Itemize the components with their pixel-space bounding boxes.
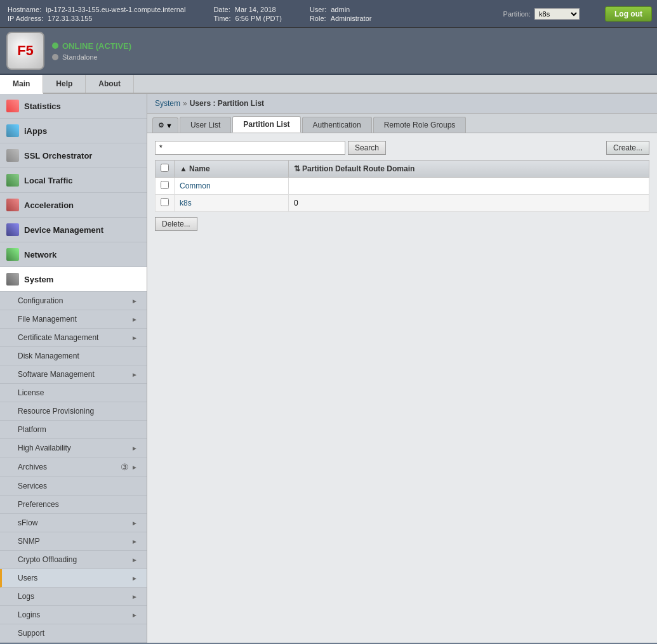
logo-bar: F5 ONLINE (ACTIVE) Standalone (0, 28, 657, 75)
submenu-configuration[interactable]: Configuration ► (0, 292, 147, 310)
ip-row: IP Address: 172.31.33.155 (5, 15, 185, 22)
datetime-group: Date: Mar 14, 2018 Time: 6:56 PM (PDT) (211, 6, 282, 22)
partition-select[interactable]: k8s Common (534, 8, 580, 20)
submenu-snmp-label: SNMP (18, 537, 40, 546)
sidebar-item-statistics[interactable]: Statistics (0, 94, 147, 119)
breadcrumb: System » Users : Partition List (147, 94, 657, 114)
delete-row: Delete... (155, 217, 649, 231)
th-partition[interactable]: ⇅ Partition Default Route Domain (288, 161, 649, 178)
logout-button[interactable]: Log out (605, 6, 652, 22)
sidebar-label-ssl: SSL Orchestrator (24, 151, 92, 161)
sidebar-item-system[interactable]: System (0, 267, 147, 292)
submenu-services[interactable]: Services (0, 477, 147, 496)
chevron-icon: ► (131, 334, 138, 341)
chevron-icon: ► (131, 593, 138, 600)
nav-tab-about[interactable]: About (86, 75, 134, 93)
apps-icon (6, 124, 19, 137)
submenu-software-management-label: Software Management (18, 370, 95, 379)
submenu-crypto-offloading[interactable]: Crypto Offloading ► (0, 551, 147, 569)
submenu-support[interactable]: Support (0, 624, 147, 643)
status-group: ONLINE (ACTIVE) Standalone (52, 41, 131, 61)
sidebar-item-acceleration[interactable]: Acceleration (0, 193, 147, 218)
row-name-link-common[interactable]: Common (180, 181, 211, 190)
submenu-license[interactable]: License (0, 384, 147, 402)
hostname-value: ip-172-31-33-155.eu-west-1.compute.inter… (46, 6, 185, 13)
content-tabs: ⚙ ▼ User List Partition List Authenticat… (147, 114, 657, 133)
submenu-resource-provisioning[interactable]: Resource Provisioning (0, 402, 147, 421)
search-row: Search Create... (155, 141, 649, 155)
sidebar: Statistics iApps SSL Orchestrator Local … (0, 94, 147, 643)
submenu-file-management[interactable]: File Management ► (0, 310, 147, 329)
row-partition-common (288, 178, 649, 195)
select-all-checkbox[interactable] (161, 164, 169, 172)
chevron-icon: ► (131, 316, 138, 323)
submenu-preferences-label: Preferences (18, 500, 59, 509)
submenu-sflow[interactable]: sFlow ► (0, 514, 147, 532)
tab-user-list[interactable]: User List (180, 117, 231, 133)
submenu-high-availability[interactable]: High Availability ► (0, 439, 147, 457)
traffic-icon (6, 174, 19, 187)
submenu-snmp[interactable]: SNMP ► (0, 532, 147, 551)
submenu-certificate-management-label: Certificate Management (18, 333, 98, 342)
table-row: Common (156, 178, 649, 195)
breadcrumb-current: Users : Partition List (190, 99, 264, 108)
role-label: Role: (310, 15, 326, 22)
row-name-link-k8s[interactable]: k8s (180, 199, 192, 207)
chevron-icon: ► (131, 445, 138, 452)
sidebar-item-network[interactable]: Network (0, 242, 147, 267)
search-input[interactable] (155, 141, 345, 155)
tab-partition-list[interactable]: Partition List (232, 116, 300, 133)
ip-label: IP Address: (8, 15, 43, 22)
devmgmt-icon (6, 223, 19, 236)
th-name[interactable]: ▲ Name (175, 161, 289, 178)
sidebar-item-device-management[interactable]: Device Management (0, 218, 147, 242)
search-button[interactable]: Search (348, 141, 386, 155)
status-online: ONLINE (ACTIVE) (52, 41, 131, 51)
hostname-row: Hostname: ip-172-31-33-155.eu-west-1.com… (5, 6, 185, 13)
row-name-common: Common (175, 178, 289, 195)
create-button[interactable]: Create... (606, 141, 649, 155)
system-icon (6, 273, 19, 286)
settings-button[interactable]: ⚙ ▼ (152, 117, 178, 133)
logo-text: F5 (17, 43, 34, 59)
submenu-platform[interactable]: Platform (0, 421, 147, 439)
submenu-software-management[interactable]: Software Management ► (0, 365, 147, 384)
submenu-disk-management[interactable]: Disk Management (0, 347, 147, 365)
delete-button[interactable]: Delete... (155, 217, 197, 231)
content-area: System » Users : Partition List ⚙ ▼ User… (147, 94, 657, 643)
main-layout: Statistics iApps SSL Orchestrator Local … (0, 94, 657, 643)
sidebar-item-ssl-orchestrator[interactable]: SSL Orchestrator (0, 143, 147, 168)
user-group: User: admin Role: Administrator (307, 6, 372, 22)
th-name-label: Name (189, 164, 210, 173)
row-checkbox-k8s (156, 195, 175, 212)
breadcrumb-separator: » (183, 99, 187, 108)
nav-tab-main[interactable]: Main (0, 75, 43, 94)
nav-tab-help[interactable]: Help (43, 75, 86, 93)
submenu-users[interactable]: Users ► (0, 569, 147, 588)
tab-remote-role-groups[interactable]: Remote Role Groups (373, 117, 467, 133)
submenu-logs-label: Logs (18, 592, 34, 601)
submenu-archives-label: Archives (18, 463, 47, 471)
row-checkbox-common (156, 178, 175, 195)
submenu-logs[interactable]: Logs ► (0, 588, 147, 606)
row-checkbox[interactable] (161, 181, 169, 189)
tab-authentication[interactable]: Authentication (302, 117, 372, 133)
chevron-icon: ► (131, 298, 138, 305)
sidebar-label-network: Network (24, 250, 56, 260)
submenu-archives[interactable]: Archives ③ ► (0, 457, 147, 477)
submenu-logins[interactable]: Logins ► (0, 606, 147, 624)
role-row: Role: Administrator (307, 15, 372, 22)
submenu-services-label: Services (18, 482, 47, 490)
row-checkbox[interactable] (161, 198, 169, 206)
submenu-resource-provisioning-label: Resource Provisioning (18, 407, 94, 416)
status-standalone: Standalone (52, 53, 131, 61)
sidebar-label-acceleration: Acceleration (24, 200, 74, 210)
submenu-certificate-management[interactable]: Certificate Management ► (0, 329, 147, 347)
sidebar-item-local-traffic[interactable]: Local Traffic (0, 168, 147, 193)
breadcrumb-system[interactable]: System (155, 99, 180, 108)
th-partition-label: Partition Default Route Domain (302, 164, 415, 173)
sidebar-label-statistics: Statistics (24, 102, 61, 111)
sidebar-label-devmgmt: Device Management (24, 225, 103, 235)
submenu-preferences[interactable]: Preferences (0, 496, 147, 514)
sidebar-item-iapps[interactable]: iApps (0, 119, 147, 143)
